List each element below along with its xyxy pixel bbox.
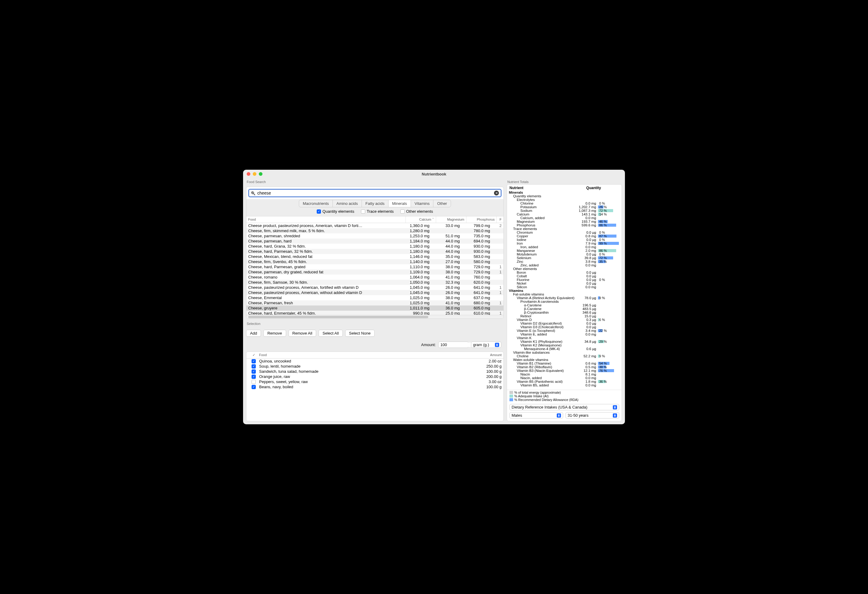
nutrient-row: Boron0.0 µg — [509, 270, 619, 274]
col-calcium[interactable]: Calcium — [406, 216, 436, 223]
nutrient-row: Iron7.9 mg99 % — [509, 242, 619, 245]
tab-fatty-acids[interactable]: Fatty acids — [362, 200, 388, 207]
nutrient-list[interactable]: MineralsQuantity elementsElectrolytesChl… — [507, 191, 621, 390]
nutrient-row: Choline52.2 mg9 % — [509, 354, 619, 358]
chevron-updown-icon: ▲▼ — [613, 405, 617, 409]
table-row[interactable]: Cheese, hard, Parmesan, 32 % fidm.1,180.… — [247, 249, 503, 254]
table-row[interactable]: Cheese, pasteurized process, American, f… — [247, 285, 503, 290]
table-row[interactable]: Cheese, parmesan, hard1,184.0 mg44.0 mg6… — [247, 238, 503, 244]
tab-amino-acids[interactable]: Amino acids — [333, 200, 362, 207]
nutrient-panel: Nutrient Quantity MineralsQuantity eleme… — [507, 184, 622, 421]
table-row[interactable]: Cheese, hard, Emmentaler, 45 % fidm.990.… — [247, 311, 503, 315]
app-window: Nutrientbook Food Search ✕ Macronutrient… — [243, 170, 625, 424]
tab-macronutrients[interactable]: Macronutrients — [299, 200, 333, 207]
table-row[interactable]: Cheese, firm, Samsoe, 30 % fidm.1,050.0 … — [247, 280, 503, 285]
table-row[interactable]: Cheese product, pasteurized process, Ame… — [247, 223, 503, 228]
list-item[interactable]: Quinoa, uncooked2.00 oz — [247, 359, 503, 363]
table-row[interactable]: Cheese, gruyere1,011.0 mg36.0 mg605.0 mg — [247, 306, 503, 311]
nutrient-row: β-Cryptoxanthin348.6 µg — [509, 311, 619, 314]
checkbox-icon[interactable] — [252, 380, 256, 384]
table-row[interactable]: Cheese, Mexican, blend, reduced fat1,146… — [247, 254, 503, 259]
age-select[interactable]: 31-50 years ▲▼ — [565, 412, 619, 418]
tab-vitamins[interactable]: Vitamins — [411, 200, 434, 207]
nutrient-row: Electrolytes — [509, 198, 619, 201]
list-item[interactable]: Peppers, sweet, yellow, raw3.00 oz — [247, 379, 503, 384]
checkbox-icon[interactable] — [252, 369, 256, 374]
nutrient-row: Copper0.8 mg87 % — [509, 234, 619, 238]
select-none-button[interactable]: Select None — [345, 330, 375, 337]
selection-toolbar: Add Remove Remove All Select All Select … — [246, 328, 504, 338]
checkbox-icon[interactable] — [252, 364, 256, 368]
dri-select[interactable]: Dietary Reference Intakes (USA & Canada)… — [509, 404, 619, 410]
nutrient-row: Quantity elements — [509, 194, 619, 198]
table-row[interactable]: Cheese, firm, Svenbo, 45 % fidm.1,140.0 … — [247, 259, 503, 264]
table-row[interactable]: Cheese, parmesan, dry grated, reduced fa… — [247, 269, 503, 275]
clear-icon[interactable]: ✕ — [494, 191, 499, 195]
unit-select[interactable]: gram (g.) ▲▼ — [471, 341, 501, 348]
table-row[interactable]: Cheese, parmesan, shredded1,253.0 mg51.0… — [247, 233, 503, 238]
nutrient-row: Vitamin D3 (Cholecalciferol)0.0 µg — [509, 325, 619, 329]
sel-col-check[interactable]: ✓ — [248, 353, 259, 357]
chevron-updown-icon: ▲▼ — [495, 343, 499, 347]
remove-button[interactable]: Remove — [263, 330, 286, 337]
table-row[interactable]: Cheese, firm, skimmed milk, max. 5 % fid… — [247, 228, 503, 233]
nutrient-row: Vitamin B2 (Riboflavin)0.5 mg38 % — [509, 365, 619, 369]
legend: % of total energy (approximate) % Adequa… — [507, 390, 621, 402]
selection-panel: ✓ Food Amount Quinoa, uncooked2.00 ozSou… — [246, 352, 504, 421]
list-item[interactable]: Orange juice, raw200.00 g — [247, 374, 503, 379]
table-row[interactable]: Cheese, romano1,064.0 mg41.0 mg760.0 mg — [247, 275, 503, 280]
nutrient-row: Menaquinone-4 (MK-4)0.6 µg — [509, 347, 619, 351]
nutrient-row: Vitamins — [509, 289, 619, 293]
table-row[interactable]: Cheese, Parmesan, fresh1,025.0 mg41.0 mg… — [247, 300, 503, 306]
nutrient-row: Magnesium193.7 mg46 % — [509, 220, 619, 223]
nutrient-tabs: MacronutrientsAmino acidsFatty acidsMine… — [299, 200, 451, 207]
nutrient-totals-label: Nutrient Totals — [507, 180, 622, 184]
col-food[interactable]: Food — [247, 216, 406, 223]
list-item[interactable]: Soup, lentil, homemade250.00 g — [247, 363, 503, 369]
table-row[interactable]: Cheese, hard, Grana, 32 % fidm.1,180.0 m… — [247, 244, 503, 249]
list-item[interactable]: Sandwich, tuna salad, homemade100.00 g — [247, 369, 503, 374]
nutrient-row: Vitamin-like substances — [509, 351, 619, 354]
nut-col-quantity: Quantity — [586, 186, 601, 190]
nutrient-row: Vitamin B5 (Pantothenic acid)1.8 mg36 % — [509, 380, 619, 383]
nutrient-row: Fluorine0.0 µg0 % — [509, 278, 619, 282]
checkbox-icon[interactable] — [252, 359, 256, 363]
nutrient-row: Fat-soluble vitamins — [509, 293, 619, 296]
nutrient-row: Vitamin D2 (Ergocalciferol)0.0 µg — [509, 322, 619, 325]
nutrient-row: Potassium1,202.7 mg26 % — [509, 205, 619, 209]
remove-all-button[interactable]: Remove All — [289, 330, 316, 337]
amount-stepper[interactable]: ▲▼ — [438, 341, 469, 348]
table-row[interactable]: Cheese, hard, Parmesan, grated1,110.0 mg… — [247, 264, 503, 269]
tab-minerals[interactable]: Minerals — [388, 200, 411, 207]
sel-col-food[interactable]: Food — [259, 353, 471, 357]
col-extra[interactable]: F — [497, 216, 503, 223]
sel-col-amount[interactable]: Amount — [471, 353, 502, 357]
search-input-container[interactable]: ✕ — [248, 189, 502, 197]
table-row[interactable]: Cheese, pasteurized process, American, w… — [247, 290, 503, 295]
amount-label: Amount: — [421, 343, 436, 347]
horizontal-scrollbar[interactable] — [247, 315, 503, 319]
checkbox-icon[interactable] — [252, 375, 256, 379]
table-row[interactable]: Cheese, Emmental1,025.0 mg38.0 mg637.0 m… — [247, 295, 503, 300]
select-all-button[interactable]: Select All — [319, 330, 342, 337]
list-item[interactable]: Beans, navy, boiled100.00 g — [247, 384, 503, 389]
filter-other[interactable]: Other elements — [400, 209, 433, 214]
filter-trace[interactable]: Trace elements — [361, 209, 394, 214]
filter-quantity[interactable]: Quantity elements — [317, 209, 354, 214]
search-input[interactable] — [257, 191, 492, 195]
nutrient-row: Calcium, added0.0 mg — [509, 216, 619, 220]
sex-select[interactable]: Males ▲▼ — [509, 412, 563, 418]
col-phosphorus[interactable]: Phosphorus — [466, 216, 497, 223]
nutrient-row: Minerals — [509, 191, 619, 194]
titlebar: Nutrientbook — [243, 170, 625, 178]
checkbox-icon[interactable] — [252, 385, 256, 389]
nutrient-row: Vitamin B5, added0.0 mg — [509, 383, 619, 387]
nutrient-row: Calcium143.1 mg14 % — [509, 213, 619, 216]
food-table-body[interactable]: Cheese product, pasteurized process, Ame… — [247, 223, 503, 315]
nutrient-row: Vitamin A (Retinol Activity Equivalent)7… — [509, 296, 619, 300]
chevron-updown-icon: ▲▼ — [557, 414, 561, 418]
tab-other[interactable]: Other — [433, 200, 451, 207]
add-button[interactable]: Add — [246, 330, 261, 337]
col-magnesium[interactable]: Magnesium — [436, 216, 466, 223]
nutrient-row: Vitamin K — [509, 336, 619, 340]
